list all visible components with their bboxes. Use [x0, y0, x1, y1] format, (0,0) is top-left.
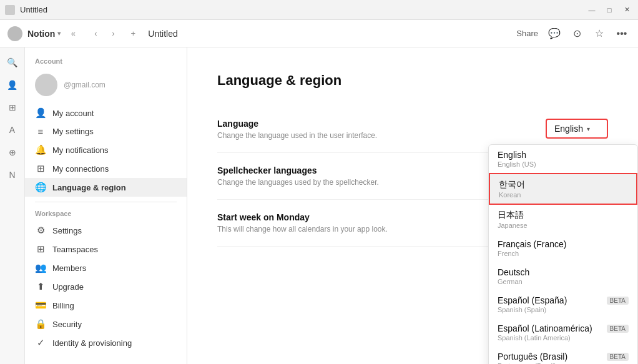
lang-portuguese-brazil-primary: Português (Brasil) BETA — [498, 352, 629, 362]
dropdown-item-japanese[interactable]: 日本語 Japanese — [489, 205, 637, 234]
user-avatar — [7, 26, 22, 41]
my-settings-label: My settings — [52, 127, 94, 136]
my-account-label: My account — [52, 109, 94, 118]
settings-content: Language & region Language Change the la… — [187, 47, 638, 364]
nav-forward-button[interactable]: › — [106, 26, 120, 41]
start-week-desc: This will change how all calendars in yo… — [217, 225, 388, 234]
identity-label: Identity & provisioning — [52, 338, 132, 348]
my-settings-icon: ≡ — [35, 126, 46, 137]
my-notifications-icon: 🔔 — [35, 144, 46, 155]
lang-japanese-primary: 日本語 — [498, 210, 629, 221]
lang-spanish-spain-secondary: Spanish (Spain) — [498, 306, 629, 313]
left-nav-add[interactable]: ⊕ — [2, 142, 22, 162]
dropdown-item-spanish-spain[interactable]: Español (España) BETA Spanish (Spain) — [489, 290, 637, 318]
language-region-icon: 🌐 — [35, 182, 46, 193]
topbar: Notion ▾ « ‹ › + Untitled Share 💬 ⊙ ☆ ••… — [0, 20, 638, 47]
sidebar-item-members[interactable]: 👥 Members — [25, 258, 187, 277]
security-label: Security — [52, 320, 82, 329]
dropdown-chevron-icon: ▾ — [587, 125, 590, 132]
more-icon[interactable]: ••• — [613, 25, 631, 42]
workspace-section: Workspace ⚙ Settings ⊞ Teamspaces 👥 Memb… — [25, 207, 187, 352]
sidebar-item-security[interactable]: 🔒 Security — [25, 315, 187, 333]
app-name: Notion ▾ — [27, 29, 61, 39]
add-page-button[interactable]: + — [125, 26, 140, 41]
spellchecker-row-text: Spellchecker languages Change the langua… — [217, 165, 379, 187]
dropdown-item-spanish-latam[interactable]: Español (Latinoamérica) BETA Spanish (La… — [489, 318, 637, 347]
spellchecker-desc: Change the languages used by the spellch… — [217, 178, 379, 187]
language-desc: Change the language used in the user int… — [217, 131, 377, 140]
my-notifications-label: My notifications — [52, 145, 109, 155]
sidebar-item-identity[interactable]: ✓ Identity & provisioning — [25, 333, 187, 352]
maximize-button[interactable]: □ — [603, 4, 616, 16]
sidebar-item-my-account[interactable]: 👤 My account — [25, 104, 187, 122]
left-nav-search[interactable]: 🔍 — [2, 52, 22, 72]
app-icon — [5, 5, 15, 15]
left-nav: 🔍 👤 ⊞ A ⊕ N — [0, 47, 25, 364]
my-connections-icon: ⊞ — [35, 163, 46, 174]
topbar-action-icons: 💬 ⊙ ☆ ••• — [546, 25, 631, 42]
history-icon[interactable]: ⊙ — [568, 25, 586, 42]
sidebar-item-settings[interactable]: ⚙ Settings — [25, 221, 187, 240]
left-nav-grid[interactable]: ⊞ — [2, 97, 22, 117]
sidebar-divider — [35, 202, 177, 202]
main-area: 🔍 👤 ⊞ A ⊕ N Account @gmail.com 👤 My acco… — [0, 47, 638, 364]
dropdown-item-english[interactable]: English English (US) — [489, 145, 637, 173]
my-account-icon: 👤 — [35, 107, 46, 119]
sidebar-item-teamspaces[interactable]: ⊞ Teamspaces — [25, 240, 187, 258]
settings-label: Settings — [52, 226, 82, 235]
user-avatar-sidebar — [35, 74, 57, 96]
language-row-text: Language Change the language used in the… — [217, 119, 377, 140]
sidebar-item-my-settings[interactable]: ≡ My settings — [25, 122, 187, 140]
my-connections-label: My connections — [52, 164, 109, 174]
language-control: English ▾ — [546, 119, 608, 139]
nav-back-button[interactable]: ‹ — [88, 26, 103, 41]
left-nav-user[interactable]: 👤 — [2, 75, 22, 95]
left-nav-notion[interactable]: N — [2, 165, 22, 185]
upgrade-icon: ⬆ — [35, 281, 46, 292]
settings-icon: ⚙ — [35, 225, 46, 236]
sidebar-item-my-connections[interactable]: ⊞ My connections — [25, 159, 187, 178]
account-header: Account — [25, 55, 187, 67]
dropdown-item-portuguese-brazil[interactable]: Português (Brasil) BETA Portuguese (Braz… — [489, 347, 637, 364]
start-week-row-text: Start week on Monday This will change ho… — [217, 212, 388, 234]
teamspaces-icon: ⊞ — [35, 243, 46, 255]
upgrade-label: Upgrade — [52, 282, 84, 292]
dropdown-item-french[interactable]: Français (France) French — [489, 234, 637, 262]
user-info: @gmail.com — [25, 69, 187, 104]
account-section: Account @gmail.com 👤 My account ≡ My set… — [25, 55, 187, 197]
share-button[interactable]: Share — [516, 29, 538, 38]
lang-german-secondary: German — [498, 278, 629, 285]
lang-spanish-spain-primary: Español (España) BETA — [498, 295, 629, 305]
lang-japanese-secondary: Japanese — [498, 222, 629, 229]
teamspaces-label: Teamspaces — [52, 245, 98, 254]
close-button[interactable]: ✕ — [621, 4, 633, 16]
sidebar-item-upgrade[interactable]: ⬆ Upgrade — [25, 277, 187, 296]
beta-badge-spanish-latam: BETA — [607, 325, 629, 333]
dropdown-item-german[interactable]: Deutsch German — [489, 262, 637, 290]
sidebar-item-my-notifications[interactable]: 🔔 My notifications — [25, 140, 187, 159]
settings-page-title: Language & region — [217, 72, 608, 89]
language-dropdown-overlay: English English (US) 한국어 Korean 日本語 Japa… — [488, 144, 638, 364]
beta-badge-portuguese-brazil: BETA — [607, 353, 629, 361]
lang-english-primary: English — [498, 150, 629, 160]
dropdown-item-korean[interactable]: 한국어 Korean — [489, 173, 637, 205]
left-nav-text[interactable]: A — [2, 120, 22, 140]
comment-icon[interactable]: 💬 — [546, 25, 563, 42]
star-icon[interactable]: ☆ — [591, 25, 608, 42]
lang-german-primary: Deutsch — [498, 267, 629, 277]
lang-spanish-latam-secondary: Spanish (Latin America) — [498, 334, 629, 342]
language-dropdown-button[interactable]: English ▾ — [546, 119, 608, 139]
lang-french-secondary: French — [498, 250, 629, 257]
minimize-button[interactable]: — — [586, 4, 598, 16]
user-email: @gmail.com — [64, 81, 106, 89]
collapse-sidebar-button[interactable]: « — [66, 26, 81, 41]
app: Notion ▾ « ‹ › + Untitled Share 💬 ⊙ ☆ ••… — [0, 20, 638, 364]
lang-spanish-latam-primary: Español (Latinoamérica) BETA — [498, 323, 629, 333]
window-controls: — □ ✕ — [586, 4, 633, 16]
sidebar-item-billing[interactable]: 💳 Billing — [25, 296, 187, 315]
members-label: Members — [52, 263, 86, 273]
sidebar-item-language-region[interactable]: 🌐 Language & region — [25, 178, 187, 197]
lang-korean-primary: 한국어 — [499, 179, 627, 190]
language-region-label: Language & region — [52, 183, 126, 192]
notion-label: Notion — [27, 29, 55, 39]
